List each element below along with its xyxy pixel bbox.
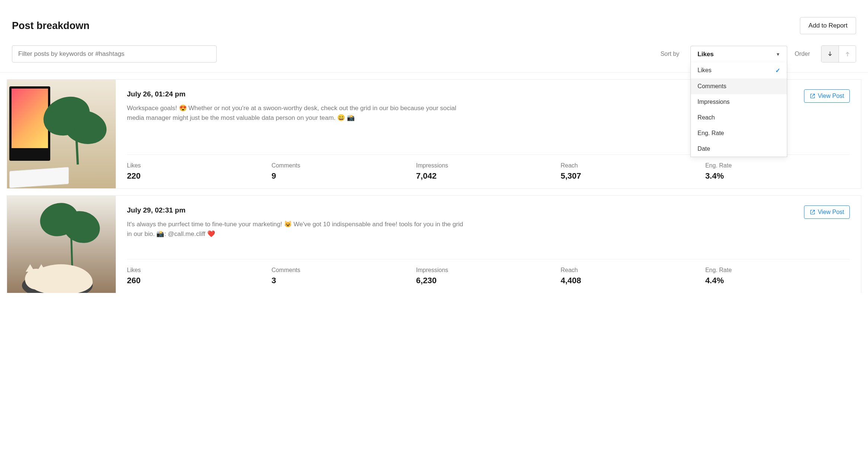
external-link-icon (810, 209, 816, 215)
metric-comments: Comments 9 (271, 162, 416, 181)
metric-value: 3 (271, 276, 416, 285)
metric-label: Comments (271, 267, 416, 274)
metric-reach: Reach 4,408 (561, 267, 705, 285)
post-metrics: Likes 260 Comments 3 Impressions 6,230 R… (127, 259, 850, 285)
metric-label: Reach (561, 162, 705, 169)
filter-input[interactable] (12, 45, 217, 63)
view-post-button[interactable]: View Post (804, 89, 850, 103)
metric-impressions: Impressions 6,230 (416, 267, 561, 285)
metric-value: 4,408 (561, 276, 705, 285)
metric-eng-rate: Eng. Rate 4.4% (705, 267, 850, 285)
metric-likes: Likes 260 (127, 267, 271, 285)
metric-label: Comments (271, 162, 416, 169)
sort-selected-value: Likes (698, 51, 714, 58)
arrow-up-icon (844, 51, 851, 57)
order-toggle (821, 45, 856, 63)
sort-option-label: Eng. Rate (698, 130, 724, 137)
sort-option-label: Date (698, 146, 710, 152)
post-metrics: Likes 220 Comments 9 Impressions 7,042 R… (127, 154, 850, 181)
post-thumbnail[interactable] (7, 80, 116, 188)
order-desc-button[interactable] (821, 46, 839, 62)
metric-value: 4.4% (705, 276, 850, 285)
arrow-down-icon (827, 51, 833, 57)
add-to-report-button[interactable]: Add to Report (800, 17, 856, 34)
post-card: July 29, 02:31 pm It's always the purrfe… (7, 195, 861, 293)
metric-reach: Reach 5,307 (561, 162, 705, 181)
view-post-button[interactable]: View Post (804, 205, 850, 219)
sort-option-likes[interactable]: Likes ✓ (691, 63, 787, 79)
sort-option-comments[interactable]: Comments (691, 79, 787, 94)
sort-dropdown: Likes ✓ Comments Impressions Reach Eng. … (690, 63, 787, 157)
sort-option-eng-rate[interactable]: Eng. Rate (691, 125, 787, 141)
metric-label: Likes (127, 162, 271, 169)
metric-comments: Comments 3 (271, 267, 416, 285)
sort-option-label: Comments (698, 83, 726, 90)
order-label: Order (795, 51, 810, 57)
metric-label: Reach (561, 267, 705, 274)
view-post-label: View Post (818, 93, 844, 99)
sort-option-date[interactable]: Date (691, 141, 787, 157)
post-date: July 29, 02:31 pm (127, 206, 850, 214)
sort-option-label: Reach (698, 114, 715, 121)
view-post-label: View Post (818, 209, 844, 215)
metric-label: Impressions (416, 267, 561, 274)
metric-value: 6,230 (416, 276, 561, 285)
sort-option-impressions[interactable]: Impressions (691, 94, 787, 110)
check-icon: ✓ (775, 67, 780, 74)
metric-value: 260 (127, 276, 271, 285)
sort-option-reach[interactable]: Reach (691, 110, 787, 125)
metric-likes: Likes 220 (127, 162, 271, 181)
metric-value: 220 (127, 171, 271, 181)
metric-label: Eng. Rate (705, 162, 850, 169)
metric-eng-rate: Eng. Rate 3.4% (705, 162, 850, 181)
post-caption: It's always the purrfect time to fine-tu… (127, 220, 466, 239)
metric-impressions: Impressions 7,042 (416, 162, 561, 181)
metric-label: Impressions (416, 162, 561, 169)
caret-down-icon: ▼ (776, 52, 780, 57)
sort-option-label: Likes (698, 67, 711, 74)
metric-label: Eng. Rate (705, 267, 850, 274)
sort-by-label: Sort by (660, 51, 679, 57)
post-thumbnail[interactable] (7, 196, 116, 293)
metric-label: Likes (127, 267, 271, 274)
metric-value: 9 (271, 171, 416, 181)
sort-select[interactable]: Likes ▼ (690, 46, 787, 63)
post-caption: Workspace goals! 😍 Whether or not you're… (127, 103, 466, 123)
order-asc-button[interactable] (839, 46, 856, 62)
metric-value: 3.4% (705, 171, 850, 181)
page-title: Post breakdown (12, 20, 90, 32)
sort-option-label: Impressions (698, 99, 730, 105)
metric-value: 7,042 (416, 171, 561, 181)
metric-value: 5,307 (561, 171, 705, 181)
external-link-icon (810, 93, 816, 99)
